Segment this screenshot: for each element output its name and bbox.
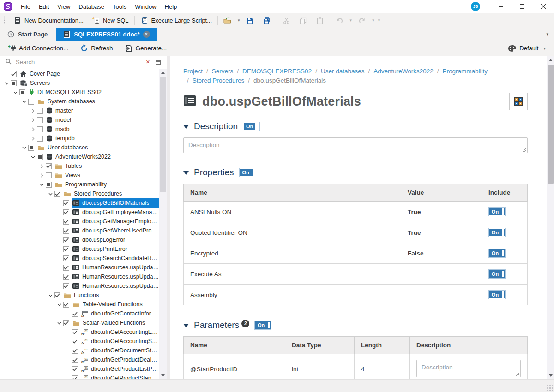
menu-edit[interactable]: Edit <box>35 0 53 13</box>
menu-tools[interactable]: Tools <box>108 0 131 13</box>
expand-chevron-icon[interactable] <box>38 164 46 168</box>
add-connection-button[interactable]: + Add Connection... <box>4 42 72 54</box>
tree-checkbox[interactable] <box>63 246 69 252</box>
tree-checkbox[interactable] <box>63 209 69 215</box>
tree-checkbox[interactable] <box>11 80 17 86</box>
tree-item[interactable]: Programmability <box>0 180 159 189</box>
tree-checkbox[interactable] <box>37 108 43 114</box>
collapse-chevron-icon[interactable] <box>47 293 54 297</box>
parameter-description-textarea[interactable] <box>416 360 521 377</box>
tree-checkbox[interactable] <box>63 219 69 225</box>
tree-item[interactable]: 01fxdbo.ufnGetAccountingStartDate <box>0 337 159 346</box>
skin-selector[interactable]: Default ▾ <box>508 44 548 52</box>
tree-checkbox[interactable] <box>63 237 69 243</box>
tree-checkbox[interactable] <box>37 126 43 132</box>
include-toggle[interactable]: On <box>488 228 506 237</box>
menu-window[interactable]: Window <box>131 0 160 13</box>
panel-splitter[interactable] <box>167 56 170 379</box>
tree-checkbox[interactable] <box>63 228 69 234</box>
tree-checkbox[interactable] <box>63 255 69 261</box>
tree-item[interactable]: 01fxdbo.ufnGetAccountingEndDate <box>0 327 159 337</box>
tree-checkbox[interactable] <box>46 182 52 188</box>
close-button[interactable] <box>533 0 554 13</box>
breadcrumb-link[interactable]: Stored Procedures <box>193 77 245 84</box>
breadcrumb-link[interactable]: User databases <box>321 68 365 75</box>
tree-checkbox[interactable] <box>72 329 78 335</box>
breadcrumb-link[interactable]: DEMO\SQLEXPRESS02 <box>242 68 312 75</box>
breadcrumb-link[interactable]: Servers <box>212 68 234 75</box>
collapse-chevron-icon[interactable] <box>20 100 28 104</box>
scrollbar-thumb[interactable] <box>160 77 166 192</box>
new-sql-button[interactable]: * New SQL <box>88 14 133 26</box>
tree-item[interactable]: Scalar-Valued Functions <box>0 318 159 327</box>
tree-checkbox[interactable] <box>37 136 43 142</box>
layout-grid-button[interactable] <box>509 93 528 110</box>
save-button[interactable] <box>242 14 259 26</box>
collapse-chevron-icon[interactable] <box>29 155 37 159</box>
tree-item[interactable]: 01fxdbo.ufnGetProductStandardC... <box>0 374 159 379</box>
redo-button[interactable] <box>354 14 370 26</box>
expand-chevron-icon[interactable] <box>29 118 37 122</box>
search-clear-icon[interactable]: ✕ <box>142 59 154 65</box>
save-all-button[interactable] <box>259 14 275 26</box>
tree-scrollbar[interactable] <box>159 69 167 379</box>
tree-item[interactable]: master <box>0 106 159 115</box>
include-toggle[interactable]: On <box>488 269 506 279</box>
open-file-dropdown[interactable]: ▾ <box>236 18 242 23</box>
toolbar-options-dropdown[interactable]: ▾ <box>376 18 382 23</box>
tree-checkbox[interactable] <box>63 320 69 326</box>
collapse-chevron-icon[interactable] <box>47 192 54 196</box>
tree-item[interactable]: fxdbo.ufnGetContactInformation <box>0 309 159 318</box>
copy-button[interactable] <box>295 14 312 26</box>
tree-checkbox[interactable] <box>63 265 69 271</box>
scroll-down-icon[interactable] <box>159 372 167 379</box>
tree-item[interactable]: dbo.uspPrintError <box>0 244 159 254</box>
document-scrollbar[interactable] <box>547 56 554 379</box>
tree-item[interactable]: tempdb <box>0 134 159 143</box>
tree-item[interactable]: HumanResources.uspUpdateEmpl... <box>0 281 159 291</box>
resize-grip-icon[interactable] <box>515 372 519 376</box>
properties-toggle[interactable]: On <box>239 168 256 177</box>
tree-checkbox[interactable] <box>19 89 25 95</box>
tree-item[interactable]: System databases <box>0 97 159 106</box>
tree-item[interactable]: 01fxdbo.ufnGetProductDealerPrice <box>0 355 159 364</box>
expand-chevron-icon[interactable] <box>29 109 37 113</box>
tab-document[interactable]: SQLEXPRESS01.ddoc* ✕ <box>56 28 156 41</box>
cut-button[interactable] <box>278 14 295 26</box>
tree-item[interactable]: dbo.uspGetBillOfMaterials <box>0 198 159 208</box>
menu-view[interactable]: View <box>53 0 74 13</box>
menu-database[interactable]: Database <box>74 0 108 13</box>
window-resize-grip[interactable] <box>547 385 553 391</box>
tree-checkbox[interactable] <box>63 302 69 308</box>
tree-checkbox[interactable] <box>54 292 60 298</box>
tree-checkbox[interactable] <box>11 71 17 77</box>
collapse-triangle-icon[interactable] <box>183 171 189 175</box>
collapse-chevron-icon[interactable] <box>20 146 28 150</box>
expand-chevron-icon[interactable] <box>29 137 37 141</box>
tree-checkbox[interactable] <box>72 357 78 363</box>
maximize-button[interactable] <box>512 0 533 13</box>
toolbar-drag-handle[interactable] <box>3 16 6 24</box>
tab-close-icon[interactable]: ✕ <box>143 31 150 38</box>
redo-dropdown[interactable]: ▾ <box>370 18 376 23</box>
description-textarea[interactable] <box>183 137 528 153</box>
expand-chevron-icon[interactable] <box>38 173 46 178</box>
tree-checkbox[interactable] <box>37 154 43 160</box>
tab-start-page[interactable]: Start Page <box>0 28 54 41</box>
menu-help[interactable]: Help <box>161 0 181 13</box>
include-toggle[interactable]: On <box>488 249 506 258</box>
tree-checkbox[interactable] <box>63 283 69 289</box>
undo-dropdown[interactable]: ▾ <box>348 18 354 23</box>
include-toggle[interactable]: On <box>488 207 506 216</box>
search-input[interactable] <box>16 59 142 65</box>
tree-checkbox[interactable] <box>28 145 34 151</box>
tree-checkbox[interactable] <box>54 191 60 197</box>
parameters-toggle[interactable]: On <box>254 321 271 330</box>
tree-checkbox[interactable] <box>72 375 78 380</box>
collapse-triangle-icon[interactable] <box>183 125 189 129</box>
collapse-chevron-icon[interactable] <box>55 321 63 325</box>
tree-item[interactable]: Cover Page <box>0 69 159 78</box>
tree-item[interactable]: dbo.uspGetWhereUsedProductID <box>0 226 159 235</box>
tree-item[interactable]: AdventureWorks2022 <box>0 152 159 161</box>
tree-item[interactable]: HumanResources.uspUpdateEmpl... <box>0 272 159 281</box>
